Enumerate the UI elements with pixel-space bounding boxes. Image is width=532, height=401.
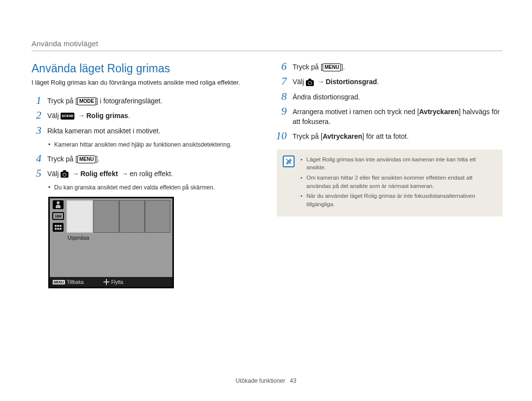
- emphasis: Avtryckaren: [323, 132, 362, 140]
- page-footer: Utökade funktioner 43: [0, 377, 532, 384]
- step-number: 9: [277, 106, 287, 117]
- resolution-icon: 16M: [52, 212, 64, 220]
- step-body: Ändra distortionsgrad.: [293, 92, 360, 102]
- note-list: Läget Rolig grimas kan inte användas om …: [300, 155, 496, 209]
- back-hint: MENU Tillbaka: [53, 279, 84, 285]
- person-mode-icon: [53, 200, 64, 209]
- step: 6Tryck på [MENU].: [277, 62, 502, 72]
- svg-rect-5: [60, 228, 62, 230]
- step: 2Välj SCENE →Rolig grimas.: [32, 111, 257, 121]
- effect-thumbnail: [145, 200, 170, 233]
- arrow-icon: →: [78, 112, 85, 120]
- camera-screenshot: 16M Uppnäsa MENU Tillbaka: [48, 197, 174, 288]
- quality-icon: [53, 223, 64, 232]
- footer-page-number: 43: [290, 377, 296, 384]
- step-sub-bullet: Kameran hittar ansikten med hjälp av fun…: [48, 141, 257, 149]
- left-column: Använda läget Rolig grimas I läget Rolig…: [32, 62, 257, 288]
- move-label: Flytta: [111, 279, 123, 285]
- svg-rect-0: [55, 225, 57, 227]
- step-body: Välj →Distortionsgrad.: [293, 77, 379, 87]
- camera-icon: [61, 172, 68, 178]
- step-number: 6: [277, 61, 287, 72]
- step-body: Tryck på [MODE] i fotograferingsläget.: [47, 96, 163, 106]
- step-number: 1: [32, 95, 41, 106]
- arrow-icon: →: [121, 170, 128, 178]
- right-steps: 6Tryck på [MENU].7Välj →Distortionsgrad.…: [277, 62, 502, 142]
- effect-thumbnail: [93, 200, 119, 233]
- step-sub-bullets: Kameran hittar ansikten med hjälp av fun…: [32, 141, 257, 149]
- header-divider: [32, 51, 502, 51]
- intro-text: I läget Rolig grimas kan du förvränga mo…: [32, 78, 257, 87]
- note-item: Läget Rolig grimas kan inte användas om …: [300, 155, 496, 172]
- menu-button-icon: MENU: [77, 155, 96, 163]
- two-column-layout: Använda läget Rolig grimas I läget Rolig…: [32, 62, 502, 288]
- step: 4Tryck på [MENU].: [32, 154, 257, 164]
- step-body: Tryck på [MENU].: [47, 154, 100, 164]
- step-number: 4: [32, 153, 41, 164]
- svg-rect-3: [55, 228, 57, 230]
- scene-mode-icon: SCENE: [61, 113, 74, 120]
- dpad-icon: [103, 279, 109, 285]
- step-body: Arrangera motivet i ramen och tryck ned …: [293, 107, 502, 127]
- running-header: Använda motivläget: [32, 39, 502, 48]
- menu-chip-icon: MENU: [53, 280, 65, 284]
- step: 1Tryck på [MODE] i fotograferingsläget.: [32, 96, 257, 106]
- svg-rect-1: [57, 225, 59, 227]
- step-number: 2: [32, 110, 41, 121]
- step: 3Rikta kameran mot ansiktet i motivet.: [32, 126, 257, 136]
- note-item: Om kameran hittar 2 eller fler ansikten …: [300, 174, 496, 190]
- step-body: Välj →Rolig effekt →en rolig effekt.: [47, 169, 173, 179]
- step-body: Tryck på [Avtryckaren] för att ta fotot.: [293, 131, 409, 141]
- move-hint: Flytta: [103, 279, 123, 285]
- lcd-left-icon-strip: 16M: [51, 200, 66, 232]
- mode-button-icon: MODE: [77, 97, 96, 105]
- manual-page: Använda motivläget Använda läget Rolig g…: [0, 0, 532, 401]
- step-number: 5: [32, 168, 41, 179]
- svg-rect-4: [57, 228, 59, 230]
- left-steps: 1Tryck på [MODE] i fotograferingsläget.2…: [32, 96, 257, 192]
- note-box: Läget Rolig grimas kan inte användas om …: [277, 150, 502, 216]
- note-item: När du använder läget Rolig grimas är in…: [300, 192, 496, 208]
- svg-rect-2: [60, 225, 62, 227]
- emphasis: Rolig grimas: [86, 112, 128, 120]
- note-icon: [283, 155, 295, 167]
- effect-thumbnail-strip: [66, 200, 170, 233]
- selected-effect-label: Uppnäsa: [67, 235, 89, 241]
- step: 10Tryck på [Avtryckaren] för att ta foto…: [277, 131, 502, 141]
- lcd-bottom-bar: MENU Tillbaka Flytta: [50, 277, 172, 287]
- effect-thumbnail-selected: [66, 200, 93, 233]
- page-title: Använda läget Rolig grimas: [32, 62, 257, 75]
- back-label: Tillbaka: [67, 279, 84, 285]
- emphasis: Avtryckaren: [419, 108, 459, 116]
- step: 7Välj →Distortionsgrad.: [277, 77, 502, 87]
- step-number: 8: [277, 91, 287, 102]
- step-number: 3: [32, 125, 41, 136]
- step: 9Arrangera motivet i ramen och tryck ned…: [277, 107, 502, 127]
- step-number: 7: [277, 76, 287, 87]
- step-body: Välj SCENE →Rolig grimas.: [47, 111, 130, 121]
- effect-thumbnail: [119, 200, 145, 233]
- camera-icon: [306, 80, 314, 86]
- step-body: Tryck på [MENU].: [293, 62, 345, 72]
- right-column: 6Tryck på [MENU].7Välj →Distortionsgrad.…: [277, 62, 502, 288]
- arrow-icon: →: [317, 78, 324, 86]
- step-body: Rikta kameran mot ansiktet i motivet.: [47, 126, 161, 136]
- emphasis: Rolig effekt: [80, 170, 118, 178]
- footer-label: Utökade funktioner: [235, 377, 285, 384]
- step: 5Välj →Rolig effekt →en rolig effekt.: [32, 169, 257, 179]
- step: 8Ändra distortionsgrad.: [277, 92, 502, 102]
- step-number: 10: [272, 130, 287, 141]
- menu-button-icon: MENU: [323, 63, 341, 71]
- step-sub-bullets: Du kan granska ansiktet med den valda ef…: [32, 184, 257, 192]
- step-sub-bullet: Du kan granska ansiktet med den valda ef…: [48, 184, 257, 192]
- emphasis: Distortionsgrad: [326, 78, 377, 86]
- arrow-icon: →: [72, 170, 79, 178]
